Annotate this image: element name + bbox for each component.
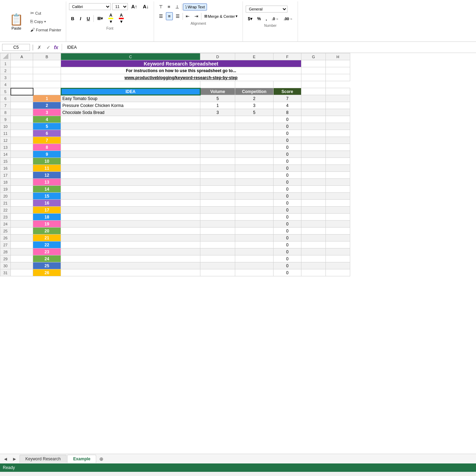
increase-indent-button[interactable]: ⇥ <box>192 12 200 20</box>
cut-button[interactable]: ✂ Cut <box>29 9 63 17</box>
col-header-a[interactable]: A <box>11 53 33 60</box>
cell-reference-box[interactable] <box>2 44 30 51</box>
sheet-tabs: ◄ ► Keyword Research Example ⊕ <box>0 454 476 463</box>
font-group-label: Font <box>69 26 151 30</box>
table-row: 25200 <box>0 228 350 235</box>
font-size-select[interactable]: 11 <box>112 3 128 10</box>
sheet-tab-example[interactable]: Example <box>67 455 96 463</box>
table-row: 27220 <box>0 241 350 248</box>
cancel-formula-button[interactable]: ✗ <box>36 44 43 51</box>
increase-decimal-button[interactable]: .00→ <box>282 16 295 22</box>
border-icon: ⊞ <box>97 16 101 21</box>
merge-center-button[interactable]: ⊠ Merge & Center ▾ <box>202 13 240 20</box>
paste-button[interactable]: 📋 Paste <box>6 11 27 32</box>
font-name-select[interactable]: Calibri <box>69 3 111 10</box>
table-row: 18130 <box>0 179 350 186</box>
merge-icon: ⊠ <box>204 14 207 18</box>
table-row: 1160 <box>0 130 350 137</box>
table-row: 1380 <box>0 144 350 151</box>
percent-button[interactable]: % <box>255 15 263 22</box>
table-row: 61Easy Tomato Soup527 <box>0 95 350 102</box>
copy-button[interactable]: ⎘ Copy ▾ <box>29 18 63 25</box>
format-painter-icon: 🖌 <box>30 27 35 32</box>
table-row: 1Keyword Research Spreadsheet <box>0 60 350 67</box>
table-row: 19140 <box>0 186 350 193</box>
font-group: Calibri 11 A↑ A↓ B I U ⊞▾ A ▾ <box>66 1 154 41</box>
table-row: 30250 <box>0 262 350 269</box>
currency-button[interactable]: $▾ <box>246 15 254 22</box>
col-header-h[interactable]: H <box>326 53 350 60</box>
header-row: 5IDEAVolumeCompetitionScore <box>0 88 350 95</box>
merge-dropdown-arrow[interactable]: ▾ <box>236 14 238 18</box>
font-color-button[interactable]: A ▾ <box>117 12 126 25</box>
table-row: 940 <box>0 116 350 123</box>
table-row: 2For instructions on how to use this spr… <box>0 67 350 74</box>
corner-header <box>0 53 11 60</box>
ribbon: 📋 Paste ✂ Cut ⎘ Copy ▾ 🖌 Format Painter <box>0 0 476 42</box>
table-row: 1490 <box>0 151 350 158</box>
decrease-indent-button[interactable]: ⇤ <box>184 12 192 20</box>
align-right-button[interactable]: ☰ <box>174 12 182 20</box>
scissors-icon: ✂ <box>30 10 34 16</box>
copy-dropdown-arrow[interactable]: ▾ <box>44 20 46 23</box>
align-center-button[interactable]: ≡ <box>166 12 173 20</box>
align-top-button[interactable]: ⊤ <box>157 3 165 11</box>
comma-button[interactable]: , <box>264 15 269 22</box>
table-row: 1050 <box>0 123 350 130</box>
tab-scroll-right-button[interactable]: ► <box>10 455 19 463</box>
table-row: 28230 <box>0 248 350 255</box>
alignment-group-label: Alignment <box>157 22 240 25</box>
table-row: 4 <box>0 81 350 88</box>
formula-bar-divider: | <box>32 44 34 51</box>
col-header-c[interactable]: C <box>61 53 200 60</box>
table-row: 83Chocolate Soda Bread358 <box>0 109 350 116</box>
table-row: 29240 <box>0 255 350 262</box>
add-sheet-button[interactable]: ⊕ <box>97 455 106 463</box>
fill-color-icon: A <box>108 13 113 19</box>
decrease-decimal-button[interactable]: .0→ <box>270 16 281 22</box>
formula-bar-sep <box>62 44 62 51</box>
number-format-select[interactable]: General <box>246 6 287 13</box>
align-left-button[interactable]: ☰ <box>157 12 165 20</box>
col-header-d[interactable]: D <box>200 53 235 60</box>
clipboard-label <box>6 40 69 41</box>
col-header-f[interactable]: F <box>274 53 301 60</box>
italic-button[interactable]: I <box>78 15 83 22</box>
format-painter-button[interactable]: 🖌 Format Painter <box>29 26 63 33</box>
grow-font-button[interactable]: A↑ <box>129 3 139 10</box>
status-bar: Ready <box>0 463 476 472</box>
table-row: 15100 <box>0 158 350 165</box>
wrap-text-icon: ⤵ <box>185 5 187 9</box>
align-middle-button[interactable]: ≡ <box>166 3 172 11</box>
border-button[interactable]: ⊞▾ <box>95 15 105 22</box>
divider <box>93 15 94 22</box>
svg-marker-0 <box>3 53 8 59</box>
col-header-g[interactable]: G <box>301 53 326 60</box>
align-bottom-button[interactable]: ⊥ <box>173 3 181 11</box>
col-header-e[interactable]: E <box>235 53 274 60</box>
divider2 <box>183 13 183 20</box>
table-row: 24190 <box>0 221 350 228</box>
divider <box>182 3 182 10</box>
table-row: 1270 <box>0 137 350 144</box>
spreadsheet-container[interactable]: A B C D E F G H 1Keyword Research Spread… <box>0 53 476 454</box>
paste-icon: 📋 <box>9 13 23 26</box>
fill-color-button[interactable]: A ▾ <box>106 12 115 25</box>
formula-input[interactable] <box>66 44 474 51</box>
wrap-text-button[interactable]: ⤵ Wrap Text <box>183 3 207 10</box>
bold-button[interactable]: B <box>69 15 76 22</box>
number-group: General $▾ % , .0→ .00→ Number <box>243 1 298 41</box>
table-row: 26210 <box>0 235 350 241</box>
underline-button[interactable]: U <box>85 15 92 22</box>
sheet-tab-keyword-research[interactable]: Keyword Research <box>20 455 67 463</box>
confirm-formula-button[interactable]: ✓ <box>45 44 52 51</box>
shrink-font-button[interactable]: A↓ <box>141 3 151 10</box>
tab-scroll-left-button[interactable]: ◄ <box>1 455 10 463</box>
table-row: 17120 <box>0 172 350 179</box>
table-row: 21160 <box>0 200 350 207</box>
clipboard-group: 📋 Paste ✂ Cut ⎘ Copy ▾ 🖌 Format Painter <box>3 1 66 41</box>
col-header-b[interactable]: B <box>33 53 61 60</box>
table-row: 31260 <box>0 269 350 276</box>
function-wizard-button[interactable]: fx <box>54 45 58 50</box>
paste-label: Paste <box>11 26 21 30</box>
